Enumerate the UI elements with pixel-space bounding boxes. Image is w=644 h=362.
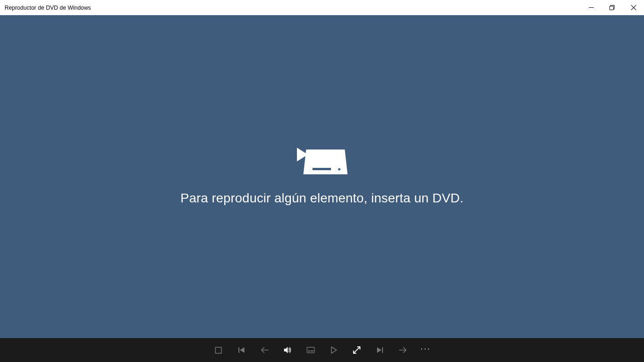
insert-dvd-message: Para reproducir algún elemento, inserta … xyxy=(180,191,464,206)
minimize-button[interactable] xyxy=(580,0,602,15)
close-icon xyxy=(631,5,636,10)
arrow-left-icon xyxy=(261,346,269,354)
arrow-right-icon xyxy=(399,346,407,354)
skip-previous-icon xyxy=(238,346,245,354)
forward-button[interactable] xyxy=(399,346,407,354)
main-content: Para reproducir algún elemento, inserta … xyxy=(0,15,644,338)
svg-marker-13 xyxy=(377,347,382,353)
play-button[interactable] xyxy=(330,346,338,354)
maximize-icon xyxy=(609,5,615,11)
svg-rect-1 xyxy=(610,6,614,10)
close-button[interactable] xyxy=(623,0,644,15)
stop-button[interactable] xyxy=(215,346,223,354)
svg-rect-14 xyxy=(382,347,383,353)
subtitles-icon xyxy=(307,347,315,353)
titlebar-left: Reproductor de DVD de Windows xyxy=(5,5,91,11)
playback-control-bar: ··· xyxy=(0,338,644,362)
svg-rect-10 xyxy=(308,351,310,351)
subtitles-button[interactable] xyxy=(307,346,315,354)
svg-marker-7 xyxy=(240,347,244,353)
volume-icon xyxy=(284,346,292,354)
svg-marker-12 xyxy=(331,347,337,353)
svg-rect-3 xyxy=(313,168,331,170)
fullscreen-button[interactable] xyxy=(353,346,361,354)
back-button[interactable] xyxy=(261,346,269,354)
next-button[interactable] xyxy=(376,346,384,354)
skip-next-icon xyxy=(376,346,383,354)
svg-rect-9 xyxy=(307,347,314,353)
maximize-button[interactable] xyxy=(602,0,623,15)
svg-rect-5 xyxy=(215,347,221,353)
svg-rect-11 xyxy=(311,351,313,351)
fullscreen-icon xyxy=(353,346,361,354)
more-options-button[interactable]: ··· xyxy=(422,346,430,354)
window-controls xyxy=(580,0,644,15)
titlebar: Reproductor de DVD de Windows xyxy=(0,0,644,15)
window-title: Reproductor de DVD de Windows xyxy=(5,5,91,11)
dvd-device-icon xyxy=(297,148,348,178)
volume-button[interactable] xyxy=(284,346,292,354)
play-icon xyxy=(331,346,337,354)
stop-icon xyxy=(215,347,222,354)
svg-rect-6 xyxy=(238,347,239,353)
svg-point-4 xyxy=(338,168,340,171)
minimize-icon xyxy=(589,5,594,10)
svg-marker-8 xyxy=(284,347,288,353)
previous-button[interactable] xyxy=(238,346,246,354)
